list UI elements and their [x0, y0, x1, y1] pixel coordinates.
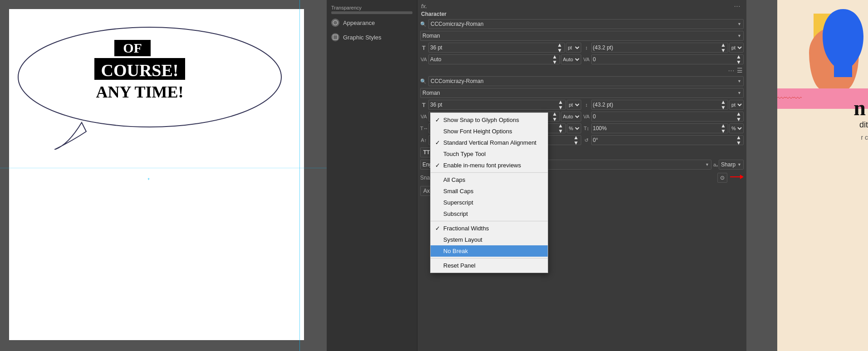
tracking-input[interactable]: 0 ▲ ▼ [591, 54, 744, 64]
deco-text-rc: r c [861, 134, 868, 141]
tracking-input2[interactable]: 0 ▲ ▼ [591, 112, 744, 122]
tracking-down2[interactable]: ▼ [736, 117, 742, 122]
squiggle-icon: 〰〰〰 [777, 94, 802, 103]
line-height-down[interactable]: ▼ [720, 48, 726, 53]
kerning-icon: VA [420, 57, 427, 62]
font-size-value: 36 pt [430, 44, 556, 51]
kerning-mode[interactable]: Auto [561, 54, 581, 64]
font-name-arrow2: ▼ [737, 79, 741, 83]
size-lineheight-row2: T 36 pt ▲ ▼ pt ↕ (43.2 pt) [417, 99, 746, 111]
list-icon[interactable]: ☰ [737, 67, 743, 74]
kerning-down2[interactable]: ▼ [552, 117, 558, 122]
font-name-dropdown2[interactable]: CCComicrazy-Roman ▼ [428, 76, 744, 86]
font-size-unit2[interactable]: pt [567, 100, 581, 110]
font-name-value: CCComicrazy-Roman [431, 21, 484, 27]
tracking-icon: VA [583, 57, 590, 62]
font-size-unit[interactable]: ptpx [566, 43, 581, 53]
rotation-input[interactable]: 0° ▲ ▼ [591, 135, 744, 145]
menu-item-std-vertical[interactable]: Standard Vertical Roman Alignment [431, 137, 548, 148]
menu-item-system-layout[interactable]: System Layout [431, 234, 548, 245]
font-style-dropdown2[interactable]: Roman ▼ [420, 88, 744, 98]
menu-item-all-caps[interactable]: All Caps [431, 174, 548, 185]
snap-circle-button[interactable]: ⊙ [717, 173, 727, 183]
deco-letter-n: n [853, 95, 866, 120]
h-scale-down[interactable]: ▼ [558, 128, 564, 134]
menu-item-fractional-widths[interactable]: Fractional Widths [431, 223, 548, 234]
menu-divider-2 [431, 221, 548, 221]
v-scale-wrap: T↕ 100% ▲ ▼ % [583, 123, 744, 133]
v-scale-input[interactable]: 100% ▲ ▼ [591, 123, 729, 133]
right-decoration: 〰〰〰 n dit r c [777, 0, 868, 351]
line-height-unit2[interactable]: pt [729, 100, 744, 110]
font-name-dropdown[interactable]: CCComicrazy-Roman ▼ [428, 19, 744, 29]
line-height-unit[interactable]: pt [729, 43, 744, 53]
line-height-down2[interactable]: ▼ [720, 105, 726, 110]
size-lineheight-row: T 36 pt ▲ ▼ ptpx ↕ (43.2 pt [417, 42, 746, 54]
sidebar-item-appearance[interactable]: Appearance [327, 15, 417, 30]
font-size-input[interactable]: 36 pt ▲ ▼ [428, 43, 565, 53]
menu-item-no-break[interactable]: No Break [431, 245, 548, 257]
line-height-input2[interactable]: (43.2 pt) ▲ ▼ [591, 100, 729, 110]
tracking-down[interactable]: ▼ [736, 59, 742, 65]
font-size-down2[interactable]: ▼ [558, 105, 564, 110]
kern-track-row: VA Auto ▲ ▼ Auto VA 0 [417, 54, 746, 65]
font-size-down[interactable]: ▼ [557, 48, 563, 53]
h-scale-icon: T↔ [420, 126, 427, 131]
kerning-wrap: VA Auto ▲ ▼ Auto [420, 54, 581, 64]
menu-item-touch-type[interactable]: Touch Type Tool [431, 148, 548, 160]
panel-options-button2[interactable]: ··· [726, 66, 737, 74]
font-size-value2: 36 pt [430, 102, 557, 108]
guide-line-vertical [299, 0, 300, 351]
svg-point-6 [333, 20, 338, 25]
sidebar-item-graphic-styles[interactable]: Graphic Styles [327, 30, 417, 44]
baseline-down[interactable]: ▼ [573, 140, 579, 146]
kerning-mode2[interactable]: Auto [561, 112, 581, 122]
font-size-wrap2: T 36 pt ▲ ▼ pt [420, 100, 581, 110]
line-height-icon: ↕ [583, 45, 590, 50]
aa-arrow: ▼ [737, 162, 741, 167]
kerning-value: Auto [430, 56, 551, 63]
line-height-input[interactable]: (43.2 pt) ▲ ▼ [591, 43, 729, 53]
h-scale-unit[interactable]: % [567, 123, 581, 133]
font-name-arrow: ▼ [737, 22, 741, 26]
font-size-wrap: T 36 pt ▲ ▼ ptpx [420, 43, 581, 53]
graphic-styles-icon [331, 33, 339, 41]
panel-options-button[interactable]: ··· [732, 2, 743, 10]
deco-text-edit: dit [859, 120, 868, 130]
v-scale-down[interactable]: ▼ [720, 128, 726, 134]
font-size-input2[interactable]: 36 pt ▲ ▼ [428, 100, 566, 110]
kerning-input[interactable]: Auto ▲ ▼ [428, 54, 560, 64]
character-section-title: Character [421, 11, 446, 17]
tracking-value2: 0 [593, 113, 735, 120]
appearance-label: Appearance [343, 20, 375, 26]
menu-item-superscript[interactable]: Superscript [431, 197, 548, 208]
line-height-value2: (43.2 pt) [593, 102, 720, 108]
baseline-icon: A↑ [420, 137, 427, 143]
font-size-icon: T [420, 44, 427, 51]
menu-item-snap-to-glyph[interactable]: Show Snap to Glyph Options [431, 114, 548, 126]
menu-item-small-caps[interactable]: Small Caps [431, 185, 548, 197]
font-style-dropdown[interactable]: Roman ▼ [420, 31, 744, 41]
menu-item-subscript[interactable]: Subscript [431, 208, 548, 219]
menu-item-enable-preview[interactable]: Enable in-menu font previews [431, 160, 548, 171]
transparency-slider[interactable] [331, 11, 412, 14]
fx-button[interactable]: fx. [421, 3, 427, 10]
appearance-icon [331, 19, 339, 27]
rotation-wrap: ↺ 0° ▲ ▼ [583, 135, 744, 145]
svg-rect-7 [333, 35, 338, 39]
v-scale-unit[interactable]: % [729, 123, 744, 133]
font-name-value2: CCComicrazy-Roman [431, 78, 484, 84]
kerning-down[interactable]: ▼ [552, 59, 558, 65]
svg-text:OF: OF [123, 40, 142, 55]
aa-dropdown[interactable]: Sharp ▼ [719, 160, 744, 170]
menu-item-font-height[interactable]: Show Font Height Options [431, 126, 548, 137]
svg-marker-9 [740, 175, 744, 179]
menu-item-reset-panel[interactable]: Reset Panel [431, 260, 548, 271]
font-style-value: Roman [422, 33, 440, 39]
rotation-down[interactable]: ▼ [736, 140, 742, 146]
v-scale-icon: T↕ [583, 126, 590, 131]
transparency-label: Transparency [331, 5, 412, 10]
sidebar-panel: Transparency Appearance Graphic Styles [327, 0, 417, 351]
line-height-wrap2: ↕ (43.2 pt) ▲ ▼ pt [583, 100, 744, 110]
tracking-icon2: VA [583, 114, 590, 119]
